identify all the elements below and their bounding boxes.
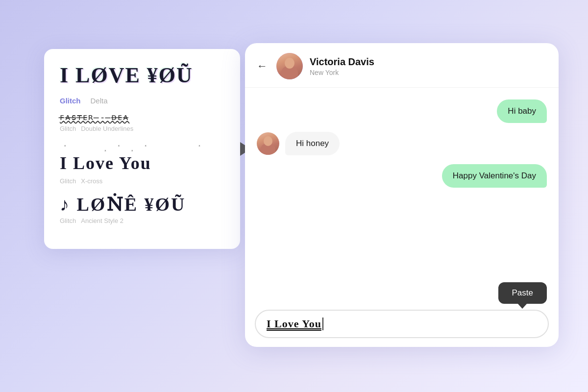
paste-button[interactable]: Paste — [498, 282, 547, 304]
back-button[interactable]: ← — [257, 60, 268, 73]
message-received-row-1: Hi honey — [257, 132, 547, 155]
contact-info: Victoria Davis New York — [310, 56, 547, 76]
message-received-1: Hi honey — [285, 132, 340, 155]
xcross-preview: I Love You — [60, 151, 224, 175]
style2-label2: X-cross — [81, 177, 102, 185]
tab-glitch[interactable]: Glitch — [60, 97, 81, 105]
style2-label1: Glitch — [60, 177, 76, 185]
style1-label2: Double Underlines — [81, 125, 133, 132]
avatar — [276, 53, 303, 79]
style3-label1: Glitch — [60, 217, 76, 224]
font-style-panel: I LØVE ¥ØŨ Glitch Delta ꜰ̶ᴀ̶ꜱ̶ᴛ̶ᴇ̶ʀ̶-̶ᴅ̶… — [44, 49, 240, 249]
text-cursor — [322, 318, 323, 330]
chat-header: ← Victoria Davis New York — [245, 43, 559, 88]
paste-tooltip-area: Paste — [245, 282, 559, 304]
message-input[interactable]: I Love You — [255, 310, 549, 338]
xcross-item: ˣ ˣ ˣ ˣ ˣ ˣ I Love You Glitch X-cross — [60, 144, 224, 185]
ancient-item: ♪ LØṄÊ ¥ØŨ Glitch Ancient Style 2 — [60, 194, 224, 224]
style3-label2: Ancient Style 2 — [81, 217, 123, 224]
tab-delta[interactable]: Delta — [91, 97, 108, 105]
style2-labels: Glitch X-cross — [60, 177, 224, 185]
style3-labels: Glitch Ancient Style 2 — [60, 217, 224, 224]
contact-location: New York — [310, 69, 547, 76]
message-sent-2: Happy Valentine's Day — [442, 164, 547, 188]
glitch-double-underlines-row: ꜰ̶ᴀ̶ꜱ̶ᴛ̶ᴇ̶ʀ̶-̶ᴅ̶ᴇ̶ᴀ̶ — [60, 112, 224, 122]
contact-avatar-wrapper — [276, 53, 303, 79]
contact-name: Victoria Davis — [310, 56, 547, 68]
glitch-double-underline-preview: ꜰ̶ᴀ̶ꜱ̶ᴛ̶ᴇ̶ʀ̶-̶ᴅ̶ᴇ̶ᴀ̶ — [60, 112, 129, 122]
chat-panel: ← Victoria Davis New York Hi baby Hi hon… — [245, 43, 559, 347]
font-tabs: Glitch Delta — [60, 97, 224, 105]
style1-label1: Glitch — [60, 125, 76, 132]
chat-input-area: I Love You — [245, 304, 559, 347]
style1-labels: Glitch Double Underlines — [60, 125, 224, 132]
font-preview-main: I LØVE ¥ØŨ — [60, 63, 224, 88]
ancient-preview: ♪ LØṄÊ ¥ØŨ — [60, 194, 224, 215]
received-avatar-1 — [257, 132, 279, 155]
chat-messages: Hi baby Hi honey Happy Valentine's Day — [245, 88, 559, 286]
message-sent-1: Hi baby — [497, 99, 547, 123]
input-text: I Love You — [267, 318, 321, 330]
